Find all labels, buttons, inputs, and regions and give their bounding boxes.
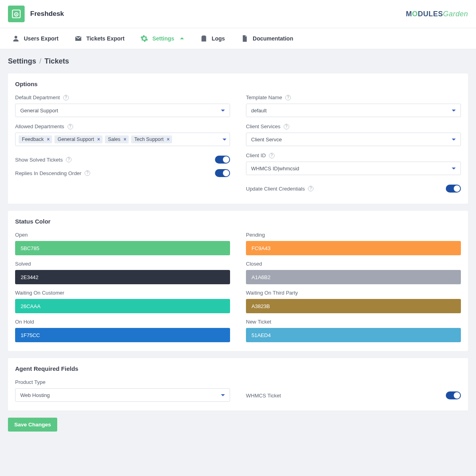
template-name-select[interactable]: default <box>246 104 461 117</box>
status-color-input[interactable]: 5BC785 <box>15 241 230 255</box>
nav-settings[interactable]: Settings <box>132 28 192 49</box>
status-item: Open5BC785 <box>15 232 230 255</box>
help-icon[interactable]: ? <box>63 95 69 100</box>
status-color-input[interactable]: A3823B <box>246 299 461 313</box>
status-item: Waiting On Customer26CAAA <box>15 290 230 313</box>
field-label: Show Solved Tickets <box>15 157 63 163</box>
chevron-down-icon <box>221 110 225 114</box>
status-label: Waiting On Customer <box>15 290 230 296</box>
nav-tickets-export[interactable]: Tickets Export <box>66 28 132 49</box>
status-item: Solved2E3442 <box>15 261 230 284</box>
breadcrumb: Settings / Tickets <box>8 57 468 66</box>
department-tag: Sales× <box>105 135 129 143</box>
client-services-select[interactable]: Client Servce <box>246 133 461 146</box>
breadcrumb-current: Tickets <box>45 57 69 66</box>
tag-remove-icon[interactable]: × <box>124 137 126 142</box>
status-label: Waiting On Third Party <box>246 290 461 296</box>
tag-label: Sales <box>108 137 120 142</box>
product-type-select[interactable]: Web Hosting <box>15 388 230 402</box>
help-icon[interactable]: ? <box>85 170 90 176</box>
status-color-input[interactable]: 26CAAA <box>15 299 230 313</box>
status-item: Waiting On Third PartyA3823B <box>246 290 461 313</box>
department-tag: General Support× <box>54 135 103 143</box>
field-label: Default Department <box>15 94 60 100</box>
tag-remove-icon[interactable]: × <box>167 137 170 142</box>
topbar: Freshdesk MODULESGarden <box>0 0 476 28</box>
whmcs-ticket-toggle[interactable] <box>446 391 461 399</box>
field-whmcs-ticket: WHMCS Ticket <box>246 388 461 402</box>
allowed-departments-multiselect[interactable]: Feedback×General Support×Sales×Tech Supp… <box>15 133 230 146</box>
tag-label: Feedback <box>22 137 44 142</box>
card-title: Agent Required Fields <box>15 365 461 372</box>
field-label: Allowed Departments <box>15 123 64 129</box>
card-title: Status Color <box>15 218 461 225</box>
nav-label: Settings <box>152 35 174 42</box>
app-title: Freshdesk <box>30 10 64 18</box>
default-department-select[interactable]: General Support <box>15 104 230 117</box>
status-color-input[interactable]: FC9A43 <box>246 241 461 255</box>
help-icon[interactable]: ? <box>269 153 275 158</box>
field-label: Template Name <box>246 94 282 100</box>
tag-label: General Support <box>58 137 94 142</box>
status-label: New Ticket <box>246 319 461 325</box>
help-icon[interactable]: ? <box>66 157 72 162</box>
brand: Freshdesk <box>8 6 64 22</box>
field-show-solved: Show Solved Tickets ? <box>15 152 230 166</box>
save-button[interactable]: Save Changes <box>8 418 57 432</box>
field-template-name: Template Name ? default <box>246 94 461 117</box>
status-color-input[interactable]: 1F75CC <box>15 328 230 342</box>
select-value: General Support <box>20 108 58 114</box>
tag-remove-icon[interactable]: × <box>47 137 50 142</box>
status-label: Solved <box>15 261 230 267</box>
select-value: default <box>251 108 267 114</box>
update-credentials-toggle[interactable] <box>446 185 461 193</box>
show-solved-toggle[interactable] <box>215 156 230 164</box>
modulesgarden-logo: MODULESGarden <box>406 10 468 18</box>
help-icon[interactable]: ? <box>68 124 73 129</box>
field-label: WHMCS Ticket <box>246 393 281 399</box>
nav-label: Logs <box>212 35 225 42</box>
status-color-input[interactable]: A1A6B2 <box>246 270 461 284</box>
status-color-input[interactable]: 51AED4 <box>246 328 461 342</box>
nav-users-export[interactable]: Users Export <box>4 28 66 49</box>
chevron-down-icon <box>452 168 456 172</box>
status-item: On Hold1F75CC <box>15 319 230 342</box>
department-tag: Feedback× <box>19 135 52 143</box>
tag-remove-icon[interactable]: × <box>97 137 100 142</box>
breadcrumb-root[interactable]: Settings <box>8 57 36 66</box>
chevron-down-icon <box>180 35 184 39</box>
chevron-down-icon <box>452 139 456 143</box>
card-title: Options <box>15 81 461 87</box>
tag-label: Tech Support <box>134 137 164 142</box>
select-value: WHMCS ID|whmcsid <box>251 166 299 172</box>
document-icon <box>241 35 249 42</box>
nav-label: Users Export <box>24 35 58 42</box>
help-icon[interactable]: ? <box>284 124 289 129</box>
help-icon[interactable]: ? <box>285 95 291 100</box>
select-value: Web Hosting <box>20 392 50 398</box>
agent-fields-card: Agent Required Fields Product Type Web H… <box>8 358 468 410</box>
status-color-card: Status Color Open5BC785PendingFC9A43Solv… <box>8 211 468 351</box>
field-label: Product Type <box>15 379 45 385</box>
nav-logs[interactable]: Logs <box>192 28 233 49</box>
gear-icon <box>140 35 148 42</box>
status-item: ClosedA1A6B2 <box>246 261 461 284</box>
main-nav: Users Export Tickets Export Settings Log… <box>0 28 476 49</box>
status-color-input[interactable]: 2E3442 <box>15 270 230 284</box>
field-product-type: Product Type Web Hosting <box>15 379 230 402</box>
department-tag: Tech Support× <box>131 135 172 143</box>
user-icon <box>12 35 20 42</box>
svg-point-2 <box>15 13 17 15</box>
status-label: On Hold <box>15 319 230 325</box>
chevron-down-icon <box>221 394 225 398</box>
help-icon[interactable]: ? <box>308 186 313 191</box>
page: Settings / Tickets Options Default Depar… <box>0 49 476 439</box>
freshdesk-icon <box>11 9 21 19</box>
replies-desc-toggle[interactable] <box>215 169 230 177</box>
nav-documentation[interactable]: Documentation <box>233 28 301 49</box>
status-label: Open <box>15 232 230 238</box>
field-allowed-departments: Allowed Departments ? Feedback×General S… <box>15 123 230 146</box>
app-icon <box>8 6 25 22</box>
field-label: Client Services <box>246 123 281 129</box>
client-id-select[interactable]: WHMCS ID|whmcsid <box>246 162 461 175</box>
